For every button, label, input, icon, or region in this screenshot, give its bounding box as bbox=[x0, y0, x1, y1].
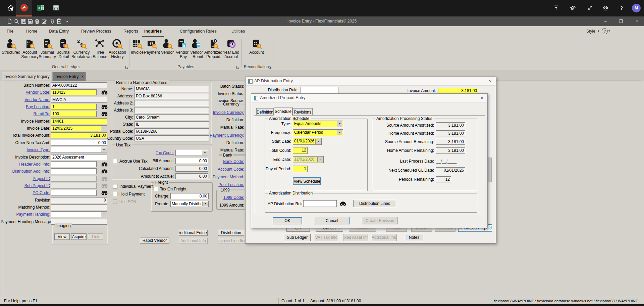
field-end-date-[interactable]: 12/01/2026▼ bbox=[293, 156, 324, 163]
field-vendor-name-[interactable]: MWCIA bbox=[51, 97, 107, 103]
label-remit-to-[interactable]: Remit To: bbox=[1, 112, 50, 116]
search-icon[interactable] bbox=[14, 18, 19, 24]
dialog-tab-definition[interactable]: Definition bbox=[256, 108, 274, 116]
field-label[interactable]: Payment Currency: bbox=[195, 133, 244, 138]
dialog-tab-revisions[interactable]: Revisions bbox=[292, 108, 313, 116]
ribbon-currency-breakdown[interactable]: ¥$CurrencyBreakdown bbox=[70, 38, 94, 59]
field-invoice-number-[interactable]: 14461 bbox=[51, 118, 107, 124]
accrue-use-tax-checkbox[interactable] bbox=[113, 159, 117, 163]
label-vendor-code-[interactable]: Vendor Code: bbox=[1, 90, 50, 95]
help-caret-icon[interactable]: ▾ bbox=[608, 29, 610, 33]
dialog-titlebar[interactable]: Amortized Prepaid Entry × bbox=[251, 94, 487, 102]
field-label[interactable]: Print Location: bbox=[195, 182, 244, 187]
taskbar-app-home[interactable] bbox=[5, 0, 16, 15]
menu-item-reports[interactable]: Reports bbox=[121, 26, 140, 36]
field-start-date-[interactable]: 01/01/2026▼ bbox=[293, 138, 322, 145]
field-po-code-[interactable] bbox=[51, 190, 97, 196]
ribbon-allocation-history[interactable]: AllocationHistory bbox=[104, 38, 130, 59]
ribbon-account[interactable]: Account bbox=[247, 38, 266, 55]
invoice-amount-field[interactable]: 3,181.00 bbox=[438, 88, 478, 94]
attach-icon[interactable] bbox=[49, 18, 55, 24]
field-label[interactable]: Invoice Currency: bbox=[195, 110, 244, 115]
field-label[interactable]: 1099 Code: bbox=[195, 195, 244, 200]
menu-item-review-process[interactable]: Review Process bbox=[79, 26, 113, 36]
taskbar-app-printer-app[interactable] bbox=[50, 0, 62, 15]
taskbar-app-flexi-app[interactable] bbox=[16, 0, 32, 16]
chevron-down-icon[interactable]: ▼ bbox=[101, 212, 107, 217]
menu-item-data-entry[interactable]: Data Entry bbox=[47, 26, 71, 36]
style-caret-icon[interactable]: ▾ bbox=[598, 29, 599, 33]
label-header-addl-info-[interactable]: Header Addl Info: bbox=[1, 162, 50, 167]
label-distribution-addl-info-[interactable]: Distribution Addl Info: bbox=[1, 169, 50, 174]
field-batch-number-[interactable]: AP-00000122 bbox=[51, 82, 107, 88]
field-next-scheduled-gl-date-[interactable]: 01/01/2026 bbox=[436, 167, 465, 173]
field-invoice-type-[interactable]: ▼ bbox=[51, 147, 107, 153]
field-label[interactable]: Account Code: bbox=[195, 167, 244, 172]
tasks-icon[interactable] bbox=[56, 18, 62, 24]
additional-entries-button[interactable]: Additional Entries bbox=[179, 230, 208, 236]
field-project-id[interactable] bbox=[51, 176, 97, 182]
field-header-addl-info-[interactable] bbox=[51, 161, 97, 167]
field-invoice-description-[interactable]: 2026 Assessment bbox=[51, 154, 107, 160]
binoculars-lookup-icon[interactable] bbox=[101, 169, 108, 174]
group-dialog-launcher-icon[interactable] bbox=[125, 64, 129, 68]
field-periods-remaining-[interactable]: 12 bbox=[436, 176, 451, 182]
chevron-down-icon[interactable]: ▼ bbox=[317, 157, 323, 162]
imaging-view-button[interactable]: View bbox=[54, 233, 70, 240]
field-matching-method-[interactable] bbox=[51, 204, 107, 210]
group-dialog-launcher-icon[interactable] bbox=[236, 64, 240, 68]
settings-icon[interactable] bbox=[601, 3, 610, 13]
rapid-vendor-button[interactable]: Rapid Vendor bbox=[140, 237, 169, 244]
upload-icon[interactable] bbox=[551, 3, 561, 13]
menu-item-home[interactable]: Home bbox=[24, 26, 39, 36]
scrollbar-thumb[interactable] bbox=[487, 158, 492, 182]
field-total-invoice-amount-[interactable]: 3,181.00 bbox=[51, 132, 107, 138]
field-frequency-[interactable]: Calendar Period▼ bbox=[293, 129, 343, 136]
menu-item-configuration-rules[interactable]: Configuration Rules bbox=[178, 26, 219, 36]
new-document-icon[interactable] bbox=[7, 18, 12, 24]
field-source-amount-amortized-[interactable]: 3,181.00 bbox=[436, 122, 465, 128]
group-dialog-launcher-icon[interactable] bbox=[268, 64, 272, 68]
more-caret-icon[interactable] bbox=[64, 18, 70, 24]
binoculars-lookup-icon[interactable] bbox=[101, 162, 108, 167]
label-payment-handling-[interactable]: Payment Handling: bbox=[1, 212, 50, 217]
close-icon[interactable]: × bbox=[487, 78, 493, 84]
field-other-non-tax-amt-[interactable]: 0.00 bbox=[51, 140, 107, 146]
distribution-rule-field[interactable] bbox=[301, 87, 338, 93]
tax-on-freight-checkbox[interactable] bbox=[154, 187, 158, 191]
edit-icon[interactable] bbox=[41, 18, 47, 24]
field-type-[interactable]: Equal Amounts▼ bbox=[293, 121, 343, 127]
field-invoice-date-[interactable]: 12/03/2025▼ bbox=[51, 125, 107, 131]
field-buy-location-[interactable]: 1 bbox=[51, 104, 97, 110]
label-invoice-type-[interactable]: Invoice Type: bbox=[1, 147, 50, 152]
field-label[interactable]: Tax Code: bbox=[124, 150, 174, 155]
label-vendor-name-[interactable]: Vendor Name: bbox=[1, 97, 50, 102]
field-label[interactable]: Payment Method: bbox=[195, 175, 244, 179]
checkbox-hold-payment[interactable] bbox=[113, 192, 117, 196]
minimize-button[interactable]: – bbox=[600, 18, 610, 25]
binoculars-lookup-icon[interactable] bbox=[340, 201, 346, 206]
distribution-button[interactable]: Distribution bbox=[218, 230, 244, 236]
dialog-titlebar[interactable]: AP Distribution Entry × bbox=[246, 77, 496, 86]
distribution-lines-button[interactable]: Distribution Lines bbox=[353, 200, 396, 207]
expand-icon[interactable] bbox=[586, 3, 595, 13]
chevron-down-icon[interactable]: ▼ bbox=[337, 121, 342, 127]
field-day-of-period-[interactable]: 1 bbox=[293, 166, 308, 172]
menu-item-utilities[interactable]: Utilities bbox=[229, 26, 247, 36]
field-vendor-code-[interactable]: 110423 bbox=[51, 89, 97, 95]
field-home-amount-amortized-[interactable]: 3,181.00 bbox=[436, 130, 465, 136]
tab-invoice-summary-inquiry[interactable]: Invoice Summary Inquiry bbox=[2, 72, 51, 81]
ap-distribution-rule-field[interactable] bbox=[303, 200, 337, 207]
ok-button[interactable]: OK bbox=[273, 217, 302, 224]
restore-button[interactable]: ❐ bbox=[616, 18, 626, 25]
field-label[interactable]: Bank Code: bbox=[195, 159, 244, 164]
field-home-amount-remaining-[interactable]: 3,181.00 bbox=[436, 147, 465, 154]
field-remit-to-[interactable]: 100 bbox=[51, 111, 97, 117]
close-icon[interactable]: × bbox=[479, 95, 485, 101]
label-buy-location-[interactable]: Buy Location: bbox=[1, 104, 50, 109]
save-icon[interactable] bbox=[21, 18, 26, 24]
field-source-amount-remaining-[interactable]: 3,181.00 bbox=[436, 139, 465, 145]
view-schedule-button[interactable]: View Schedule bbox=[293, 177, 321, 185]
label-project-id[interactable]: Project ID bbox=[1, 176, 50, 181]
avatar[interactable]: M bbox=[632, 4, 641, 12]
